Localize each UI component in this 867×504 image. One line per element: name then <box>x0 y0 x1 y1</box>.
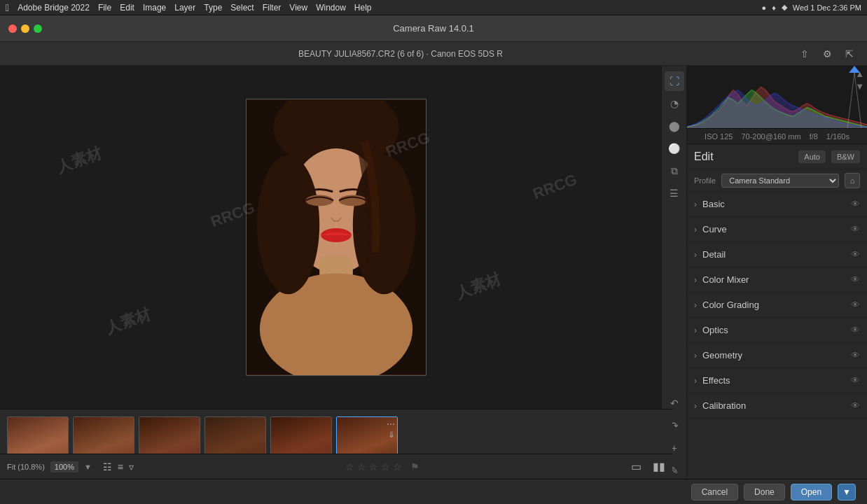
photo-svg <box>247 99 426 375</box>
cancel-button[interactable]: Cancel <box>691 484 738 500</box>
section-curve[interactable]: › Curve 👁 <box>687 217 867 242</box>
menu-app-name[interactable]: Adobe Bridge 2022 <box>18 3 90 13</box>
flag-icon[interactable]: ⚑ <box>410 461 419 472</box>
section-optics-label: Optics <box>702 325 851 335</box>
section-geometry[interactable]: › Geometry 👁 <box>687 343 867 368</box>
chevron-right-icon: › <box>694 225 697 234</box>
thumb-more-icon[interactable]: ⋯ <box>387 419 395 429</box>
star-1[interactable]: ☆ <box>345 461 354 472</box>
section-color-grading-label: Color Grading <box>702 300 851 310</box>
color-mixer-visibility-icon[interactable]: 👁 <box>851 274 860 285</box>
menu-layer[interactable]: Layer <box>174 3 195 13</box>
profile-label: Profile <box>694 176 716 185</box>
mask-tool[interactable]: ⬤ <box>665 116 684 136</box>
menu-window[interactable]: Window <box>316 3 346 13</box>
aperture-value: f/8 <box>810 132 818 141</box>
section-basic[interactable]: › Basic 👁 <box>687 192 867 217</box>
section-calibration[interactable]: › Calibration 👁 <box>687 393 867 419</box>
window-title: Camera Raw 14.0.1 <box>393 23 474 34</box>
settings-icon[interactable]: ⚙ <box>819 46 835 62</box>
shadow-clipping-icon[interactable]: ▼ <box>855 81 864 92</box>
open-button-label: Open <box>801 487 821 497</box>
profile-select[interactable]: Camera Standard Camera Landscape Camera … <box>721 174 839 188</box>
lens-value: 70-200@160 mm <box>741 132 800 141</box>
menu-type[interactable]: Type <box>204 3 222 13</box>
minimize-button[interactable] <box>21 24 29 33</box>
photo-content <box>247 99 426 375</box>
menu-select[interactable]: Select <box>230 3 254 13</box>
section-basic-label: Basic <box>702 199 851 209</box>
compare-view-icon[interactable]: ▮▮ <box>653 460 665 473</box>
file-title-bar: BEAUTY JULIA8567.CR2 (6 of 6) · Canon EO… <box>0 42 867 66</box>
menu-right-icons: ● ♦ ◆ Wed 1 Dec 2:36 PM <box>761 3 861 12</box>
apple-menu[interactable]:  <box>6 2 9 13</box>
chevron-right-icon: › <box>694 376 697 386</box>
file-title-text: BEAUTY JULIA8567.CR2 (6 of 6) · Canon EO… <box>10 49 791 59</box>
dropbox-icon: ♦ <box>772 4 776 12</box>
section-color-grading[interactable]: › Color Grading 👁 <box>687 293 867 318</box>
title-bar: Camera Raw 14.0.1 <box>0 15 867 42</box>
star-3[interactable]: ☆ <box>369 461 378 472</box>
star-5[interactable]: ☆ <box>393 461 402 472</box>
section-geometry-label: Geometry <box>702 350 851 360</box>
section-optics[interactable]: › Optics 👁 <box>687 318 867 343</box>
crop-tool[interactable]: ⛶ <box>665 71 684 91</box>
fit-label: Fit (10.8%) <box>7 463 45 471</box>
redeye-tool[interactable]: ⚪ <box>665 139 684 158</box>
watermark: 人素材 <box>453 269 504 304</box>
menu-help[interactable]: Help <box>354 3 372 13</box>
optics-visibility-icon[interactable]: 👁 <box>851 325 860 335</box>
menu-filter[interactable]: Filter <box>263 3 282 13</box>
curve-visibility-icon[interactable]: 👁 <box>851 224 860 234</box>
effects-visibility-icon[interactable]: 👁 <box>851 375 860 386</box>
calibration-visibility-icon[interactable]: 👁 <box>851 400 860 411</box>
close-button[interactable] <box>8 24 17 33</box>
basic-visibility-icon[interactable]: 👁 <box>851 199 860 209</box>
camera-info: ISO 125 70-200@160 mm f/8 1/160s <box>687 129 867 144</box>
thumb-menu: ⋯ <box>387 419 395 429</box>
menu-image[interactable]: Image <box>143 3 166 13</box>
open-button[interactable]: Open <box>791 484 832 500</box>
section-color-mixer[interactable]: › Color Mixer 👁 <box>687 267 867 293</box>
main-photo <box>246 99 426 376</box>
done-button[interactable]: Done <box>744 484 785 500</box>
clock: Wed 1 Dec 2:36 PM <box>793 4 861 12</box>
share-icon[interactable]: ⇧ <box>797 46 812 62</box>
filter-icon[interactable]: ▿ <box>129 461 134 472</box>
menu-view[interactable]: View <box>289 3 307 13</box>
grid-view-icon[interactable]: ☷ <box>103 461 112 472</box>
open-dropdown-button[interactable]: ▼ <box>838 484 856 500</box>
star-2[interactable]: ☆ <box>357 461 366 472</box>
menu-file[interactable]: File <box>98 3 111 13</box>
chevron-right-icon: › <box>694 250 697 260</box>
bottom-action-buttons: Cancel Done Open ▼ <box>0 479 867 504</box>
watermark: 人素材 <box>54 143 104 178</box>
list-view-icon[interactable]: ≡ <box>118 461 123 472</box>
star-4[interactable]: ☆ <box>381 461 390 472</box>
snapshot-tool[interactable]: ⧉ <box>665 161 684 181</box>
highlight-clipping-icon[interactable]: ▲ <box>855 69 864 79</box>
fullscreen-icon[interactable]: ⇱ <box>842 46 857 62</box>
geometry-visibility-icon[interactable]: 👁 <box>851 350 860 360</box>
section-detail[interactable]: › Detail 👁 <box>687 242 867 267</box>
profile-grid-button[interactable]: ⌂ <box>845 173 860 188</box>
single-view-icon[interactable]: ▭ <box>631 460 641 473</box>
bw-button[interactable]: B&W <box>831 150 860 163</box>
chevron-right-icon: › <box>694 326 697 335</box>
maximize-button[interactable] <box>34 24 42 33</box>
zoom-percent[interactable]: 100% <box>50 461 78 472</box>
svg-point-5 <box>257 155 319 294</box>
main-canvas: 人素材 RRCG 人素材 RRCG 人素材 RRCG <box>0 66 672 409</box>
heal-tool[interactable]: ◔ <box>665 94 684 113</box>
thumb-save-icon: ⇓ <box>388 430 395 440</box>
record-icon[interactable]: ● <box>761 4 766 12</box>
color-grading-visibility-icon[interactable]: 👁 <box>851 300 860 310</box>
section-effects[interactable]: › Effects 👁 <box>687 368 867 393</box>
section-effects-label: Effects <box>702 375 851 386</box>
traffic-lights <box>8 24 42 33</box>
menu-edit[interactable]: Edit <box>120 3 134 13</box>
detail-visibility-icon[interactable]: 👁 <box>851 249 860 260</box>
zoom-dropdown-icon[interactable]: ▼ <box>84 463 92 471</box>
auto-button[interactable]: Auto <box>798 150 826 163</box>
presets-tool[interactable]: ☰ <box>665 183 684 203</box>
